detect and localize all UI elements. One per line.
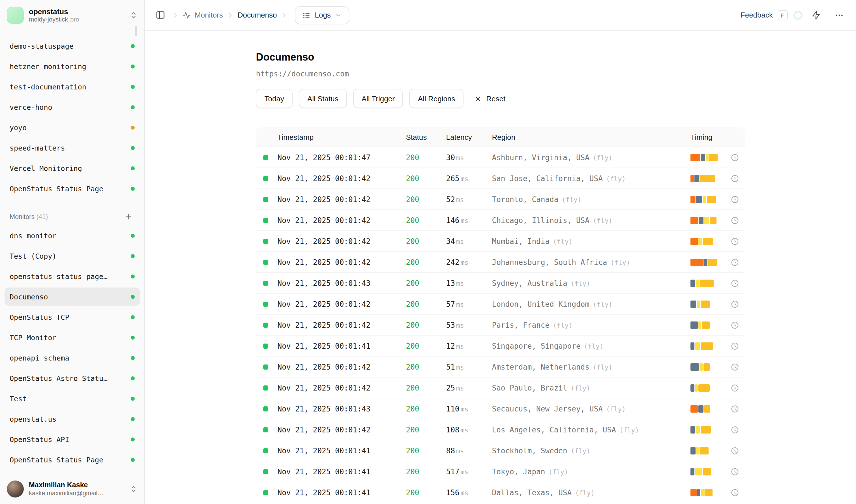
- timing-segment-tls: [701, 489, 705, 496]
- latency-unit: ms: [460, 468, 468, 476]
- timing-bar: [691, 405, 711, 412]
- table-row[interactable]: Nov 21, 2025 00:01:4220025msSao Paulo, B…: [256, 378, 745, 398]
- sidebar-item-openstatus-api[interactable]: OpenStatus API: [4, 430, 140, 448]
- filter-regions-button[interactable]: All Regions: [409, 89, 464, 108]
- sidebar-item-label: hetzner monitoring: [10, 62, 86, 70]
- sidebar-item-openstatus-status-page[interactable]: OpenStatus Status Page: [4, 451, 140, 469]
- status-dot: [131, 294, 135, 299]
- status-dot: [131, 457, 135, 462]
- filter-status-button[interactable]: All Status: [299, 89, 347, 108]
- sidebar-scrollbar[interactable]: [135, 26, 137, 36]
- sidebar-item-demo-statuspage[interactable]: demo-statuspage: [4, 37, 140, 55]
- log-timestamp: Nov 21, 2025 00:01:42: [278, 321, 406, 329]
- sidebar-item-openstatus-status-page[interactable]: openstatus status page…: [4, 267, 140, 285]
- table-row[interactable]: Nov 21, 2025 00:01:4220034msMumbai, Indi…: [256, 231, 745, 252]
- sidebar-item-tcp-monitor[interactable]: TCP Monitor: [4, 328, 140, 346]
- table-row[interactable]: Nov 21, 2025 00:01:4120012msSingapore, S…: [256, 336, 745, 357]
- table-row[interactable]: Nov 21, 2025 00:01:42200242msJohannesbur…: [256, 252, 745, 273]
- sidebar-item-yoyo[interactable]: yoyo: [4, 118, 140, 137]
- sidebar-item-documenso[interactable]: Documenso: [4, 288, 140, 306]
- table-row[interactable]: Nov 21, 2025 00:01:4320013msSydney, Aust…: [256, 273, 745, 294]
- sidebar-item-verce-hono[interactable]: verce-hono: [4, 98, 140, 116]
- timing-details-button[interactable]: [731, 174, 739, 182]
- latency-unit: ms: [456, 300, 464, 308]
- timing-details-button[interactable]: [731, 216, 739, 224]
- log-status-code: 200: [406, 237, 446, 245]
- logs-icon: [302, 11, 310, 19]
- sidebar-item-test-copy[interactable]: Test (Copy): [4, 247, 140, 265]
- log-status-code: 200: [406, 362, 446, 371]
- status-square: [264, 406, 269, 411]
- table-row[interactable]: Nov 21, 2025 00:01:4220051msAmsterdam, N…: [256, 357, 745, 378]
- latency-unit: ms: [456, 363, 464, 371]
- sidebar-item-test-documentation[interactable]: test-documentation: [4, 77, 140, 96]
- filter-trigger-button[interactable]: All Trigger: [353, 89, 403, 108]
- timing-bar: [691, 279, 714, 287]
- timing-details-button[interactable]: [731, 467, 739, 476]
- breadcrumb-monitors[interactable]: Monitors: [183, 11, 223, 19]
- log-status-code: 200: [406, 467, 446, 476]
- log-timing-cell: [691, 258, 745, 266]
- table-row[interactable]: Nov 21, 2025 00:01:42200146msChicago, Il…: [256, 210, 745, 231]
- view-selector-logs[interactable]: Logs: [295, 6, 349, 24]
- sidebar-item-openstatus-tcp[interactable]: OpenStatus TCP: [4, 308, 140, 326]
- table-row[interactable]: Nov 21, 2025 00:01:42200108msLos Angeles…: [256, 419, 745, 440]
- table-row[interactable]: Nov 21, 2025 00:01:42200265msSan Jose, C…: [256, 168, 745, 189]
- timing-details-button[interactable]: [731, 383, 739, 392]
- table-row[interactable]: Nov 21, 2025 00:01:41200156msDallas, Tex…: [256, 482, 745, 503]
- timing-details-button[interactable]: [731, 300, 739, 308]
- timing-segment-ttfb: [700, 175, 716, 182]
- timing-details-button[interactable]: [731, 362, 739, 371]
- log-region: Los Angeles, California, USA(fly): [492, 425, 691, 434]
- timing-details-button[interactable]: [731, 321, 739, 329]
- sidebar-item-hetzner-monitoring[interactable]: hetzner monitoring: [4, 57, 140, 75]
- sidebar-item-openstat-us[interactable]: openstat.us: [4, 410, 140, 428]
- table-row[interactable]: Nov 21, 2025 00:01:43200110msSecaucus, N…: [256, 398, 745, 419]
- workspace-selector[interactable]: openstatus moldy-joystick pro: [0, 0, 144, 31]
- command-menu-button[interactable]: [808, 7, 824, 23]
- table-row[interactable]: Nov 21, 2025 00:01:4220057msLondon, Unit…: [256, 294, 745, 315]
- more-options-button[interactable]: [831, 7, 847, 23]
- sidebar-item-openstatus-astro-statu[interactable]: OpenStatus Astro Statu…: [4, 369, 140, 387]
- sidebar-item-openapi-schema[interactable]: openapi schema: [4, 349, 140, 367]
- feedback-button[interactable]: Feedback F: [741, 10, 787, 20]
- system-status-indicator[interactable]: [795, 12, 801, 18]
- timing-details-button[interactable]: [731, 404, 739, 413]
- row-indicator-cell: [256, 322, 278, 327]
- sidebar-item-test[interactable]: Test: [4, 390, 140, 408]
- timing-details-button[interactable]: [731, 153, 739, 162]
- logs-table: Timestamp Status Latency Region Timing N…: [256, 127, 745, 503]
- timing-details-button[interactable]: [731, 488, 739, 497]
- sidebar-item-vercel-monitoring[interactable]: Vercel Monitoring: [4, 159, 140, 177]
- sidebar-toggle-button[interactable]: [152, 7, 168, 23]
- sidebar-item-dns-monitor[interactable]: dns monitor: [4, 227, 140, 245]
- timing-details-button[interactable]: [731, 258, 739, 266]
- log-status-code: 200: [406, 300, 446, 308]
- sidebar-item-openstatus-status-page[interactable]: OpenStatus Status Page: [4, 179, 140, 198]
- timing-details-button[interactable]: [731, 195, 739, 203]
- table-row[interactable]: Nov 21, 2025 00:01:4220053msParis, Franc…: [256, 315, 745, 336]
- latency-value: 242: [446, 258, 460, 266]
- add-monitor-button[interactable]: [122, 211, 135, 223]
- table-row[interactable]: Nov 21, 2025 00:01:4120088msStockholm, S…: [256, 440, 745, 461]
- timing-details-button[interactable]: [731, 279, 739, 287]
- user-menu[interactable]: Maximilian Kaske kaske.maximilian@gmail…: [0, 473, 144, 504]
- sidebar-item-speed-matters[interactable]: speed-matters: [4, 139, 140, 157]
- latency-unit: ms: [460, 175, 468, 182]
- topbar: Monitors Documenso Logs: [145, 0, 856, 31]
- breadcrumb-monitor-name[interactable]: Documenso: [238, 11, 277, 19]
- timing-details-button[interactable]: [731, 446, 739, 455]
- reset-filters-button[interactable]: Reset: [470, 89, 510, 108]
- table-row[interactable]: Nov 21, 2025 00:01:41200517msTokyo, Japa…: [256, 461, 745, 482]
- table-row[interactable]: Nov 21, 2025 00:01:4720030msAshburn, Vir…: [256, 147, 745, 168]
- filter-date-button[interactable]: Today: [256, 89, 292, 108]
- timing-details-button[interactable]: [731, 425, 739, 434]
- log-status-code: 200: [406, 258, 446, 266]
- table-row[interactable]: Nov 21, 2025 00:01:4220052msToronto, Can…: [256, 189, 745, 210]
- timing-segment-ttfb: [704, 405, 711, 412]
- latency-value: 34: [446, 237, 455, 245]
- timing-details-button[interactable]: [731, 342, 739, 350]
- timing-details-button[interactable]: [731, 237, 739, 245]
- log-timestamp: Nov 21, 2025 00:01:42: [278, 258, 406, 266]
- log-status-code: 200: [406, 153, 446, 162]
